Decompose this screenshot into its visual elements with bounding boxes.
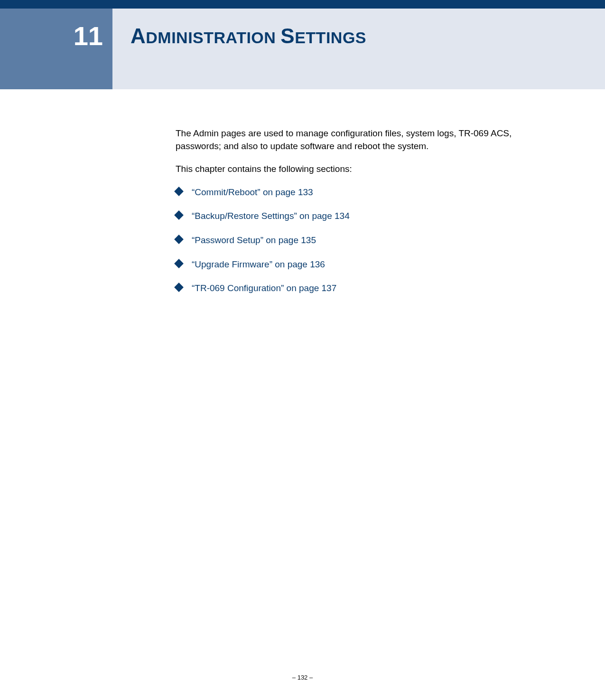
diamond-icon [174, 283, 184, 292]
section-link[interactable]: “Password Setup” on page 135 [192, 235, 316, 245]
title-word-1: DMINISTRATION [146, 28, 276, 47]
diamond-icon [174, 187, 184, 196]
section-link[interactable]: “Backup/Restore Settings” on page 134 [192, 211, 350, 221]
sections-lead: This chapter contains the following sect… [176, 163, 543, 176]
list-item: “Backup/Restore Settings” on page 134 [176, 210, 543, 223]
chapter-header: 11 ADMINISTRATION SETTINGS [0, 9, 605, 89]
chapter-title: ADMINISTRATION SETTINGS [130, 24, 366, 48]
diamond-icon [174, 235, 184, 244]
section-link[interactable]: “Commit/Reboot” on page 133 [192, 187, 313, 197]
chapter-number-box: 11 [0, 9, 112, 89]
section-link[interactable]: “Upgrade Firmware” on page 136 [192, 259, 325, 269]
title-cap-s: S [280, 24, 295, 47]
intro-paragraph: The Admin pages are used to manage confi… [176, 127, 543, 152]
top-accent-bar [0, 0, 605, 9]
page-footer: – 132 – [0, 674, 605, 681]
diamond-icon [174, 210, 184, 220]
page-number: – 132 – [292, 674, 313, 681]
title-word-2: ETTINGS [295, 28, 366, 47]
list-item: “Upgrade Firmware” on page 136 [176, 258, 543, 271]
list-item: “TR-069 Configuration” on page 137 [176, 282, 543, 295]
main-content: The Admin pages are used to manage confi… [176, 127, 543, 295]
list-item: “Commit/Reboot” on page 133 [176, 186, 543, 199]
section-link-list: “Commit/Reboot” on page 133 “Backup/Rest… [176, 186, 543, 295]
list-item: “Password Setup” on page 135 [176, 234, 543, 247]
section-link[interactable]: “TR-069 Configuration” on page 137 [192, 283, 336, 293]
title-cap-a: A [130, 24, 146, 47]
diamond-icon [174, 259, 184, 268]
chapter-title-box: ADMINISTRATION SETTINGS [112, 9, 605, 89]
chapter-number: 11 [74, 20, 103, 51]
